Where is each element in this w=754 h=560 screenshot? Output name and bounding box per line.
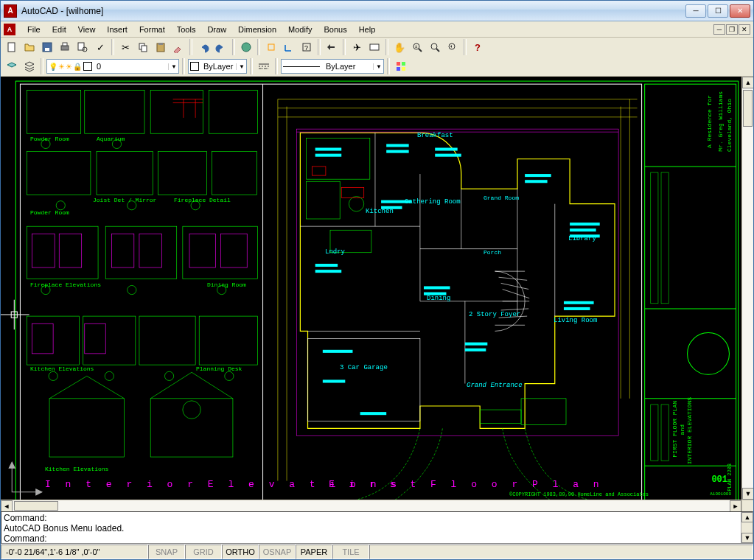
drawing-area[interactable]: I n t e r i o r E l e v a t i o n s F i … [1,77,753,500]
mdi-close-button[interactable]: ✕ [739,24,750,35]
zoom-window-button[interactable] [427,39,443,55]
command-window[interactable]: Command: AutoCAD Bonus Menu loaded. Comm… [1,511,753,544]
scroll-up-button[interactable]: ▲ [741,512,753,522]
color-dropdown[interactable]: ByLayer ▼ [188,59,247,74]
menu-file[interactable]: File [21,24,46,35]
svg-point-142 [164,371,173,380]
menu-help[interactable]: Help [353,24,382,35]
menu-draw[interactable]: Draw [201,24,232,35]
scroll-track[interactable] [742,88,753,488]
ortho-toggle[interactable]: ORTHO [222,545,259,559]
svg-rect-38 [651,172,658,304]
svg-rect-0 [8,43,15,52]
undo-button[interactable] [195,39,212,55]
redraw-button[interactable] [324,39,340,55]
svg-line-62 [501,283,529,289]
layers-button[interactable] [21,58,38,74]
close-button[interactable]: ✕ [730,4,750,18]
match-prop-button[interactable] [170,39,186,55]
zoom-realtime-button[interactable]: ± [409,39,425,55]
room-living: Living Room [554,317,597,324]
layer-dropdown[interactable]: 💡 ☀ ☀ 🔒 0 ▼ [46,59,179,74]
paper-toggle[interactable]: PAPER [296,545,332,559]
status-bar: -0'-0 21/64",1'-6 1/8" ,0'-0" SNAP GRID … [1,544,753,559]
coordinate-display[interactable]: -0'-0 21/64",1'-6 1/8" ,0'-0" [1,545,148,559]
named-views-button[interactable] [366,39,383,55]
linetype-dropdown[interactable]: ByLayer ▼ [281,59,384,74]
properties-button[interactable] [393,58,409,74]
menu-modify[interactable]: Modify [282,24,318,35]
vertical-scrollbar[interactable]: ▲ ▼ [741,77,753,500]
help-button[interactable]: ? [469,39,486,55]
command-scrollbar[interactable]: ▲ ▼ [741,512,753,543]
menu-tools[interactable]: Tools [171,24,202,35]
make-layer-current-button[interactable] [4,58,20,74]
toolbar-separator [111,39,114,55]
open-button[interactable] [21,39,38,55]
detail-fireplace: Fireplace Detail [174,197,231,203]
svg-rect-3 [61,46,69,50]
mdi-restore-button[interactable]: ❐ [726,24,738,35]
svg-text:±: ± [415,44,418,49]
menu-insert[interactable]: Insert [101,24,133,35]
mdi-icon[interactable]: A [4,24,15,35]
pan-realtime-button[interactable]: ✋ [391,39,408,55]
ucs-button[interactable] [281,39,297,55]
print-button[interactable] [57,39,73,55]
svg-rect-73 [480,410,521,423]
svg-rect-8 [142,46,147,52]
properties-toolbar: 💡 ☀ ☀ 🔒 0 ▼ ByLayer ▼ [1,57,753,76]
command-prompt: Command: [4,533,750,544]
spell-button[interactable]: ✓ [92,39,108,55]
aerial-view-button[interactable]: ✈ [349,39,365,55]
layer-on-icon: 💡 [49,63,57,71]
svg-rect-15 [370,44,379,50]
svg-rect-109 [209,90,257,133]
scroll-track[interactable] [741,522,753,533]
print-preview-button[interactable] [74,39,91,55]
save-button[interactable] [39,39,55,55]
mdi-minimize-button[interactable]: ─ [713,24,725,35]
svg-rect-122 [150,399,233,457]
svg-rect-92 [315,270,342,273]
redo-button[interactable] [213,39,229,55]
paste-button[interactable] [153,39,169,55]
snap-toggle[interactable]: SNAP [148,545,185,559]
room-garage: 3 Car Garage [340,364,388,371]
menu-dimension[interactable]: Dimension [232,24,282,35]
minimize-button[interactable]: ─ [685,4,706,18]
menu-bonus[interactable]: Bonus [318,24,352,35]
scroll-down-button[interactable]: ▼ [742,488,753,500]
scroll-down-button[interactable]: ▼ [741,533,753,543]
menu-edit[interactable]: Edit [46,24,72,35]
titleblock-sheetno: 001 [711,475,727,485]
svg-rect-39 [661,172,669,304]
menu-view[interactable]: View [72,24,102,35]
svg-rect-116 [183,226,258,279]
scroll-up-button[interactable]: ▲ [742,77,753,88]
horizontal-scrollbar[interactable]: ◄ ► [1,500,753,511]
scroll-thumb[interactable] [14,501,58,511]
launch-browser-button[interactable] [238,39,254,55]
scroll-corner [741,500,753,512]
detail-powder2: Powder Room [30,209,69,216]
copy-button[interactable] [135,39,151,55]
command-history-line: Command: [4,513,750,523]
scroll-right-button[interactable]: ► [730,500,741,512]
osnap-flyout-button[interactable] [263,39,279,55]
svg-rect-12 [268,44,274,50]
menu-format[interactable]: Format [133,24,171,35]
scroll-left-button[interactable]: ◄ [1,500,13,512]
scroll-thumb[interactable] [743,90,753,127]
osnap-toggle[interactable]: OSNAP [259,545,296,559]
grid-toggle[interactable]: GRID [185,545,222,559]
new-button[interactable] [4,39,20,55]
linetype-button[interactable] [256,58,272,74]
scroll-track[interactable] [13,500,730,512]
tile-toggle[interactable]: TILE [332,545,369,559]
cut-button[interactable]: ✂ [117,39,133,55]
svg-rect-80 [435,148,457,151]
inquiry-button[interactable]: ? [299,39,315,55]
zoom-previous-button[interactable] [444,39,461,55]
maximize-button[interactable]: ☐ [708,4,728,18]
